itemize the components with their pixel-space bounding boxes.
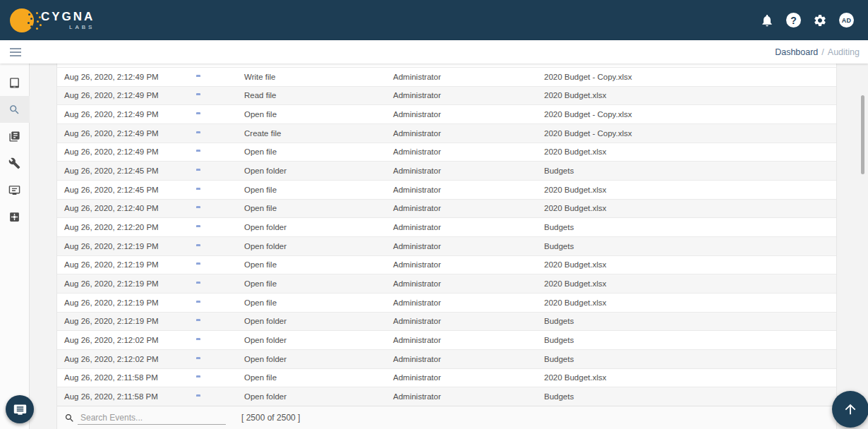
table-row[interactable]: Aug 26, 2020, 2:12:45 PM Open folder Adm… bbox=[57, 162, 836, 181]
sidebar-item-search[interactable] bbox=[0, 96, 30, 123]
table-row[interactable]: Aug 26, 2020, 2:12:49 PM Open file Admin… bbox=[57, 105, 836, 124]
brand-subname: LABS bbox=[41, 25, 95, 30]
audit-events-card: Aug 26, 2020, 2:12:49 PM Write file Admi… bbox=[56, 64, 837, 429]
wrench-icon bbox=[8, 157, 20, 169]
event-target: 2020 Budget.xlsx bbox=[544, 204, 606, 212]
table-row[interactable]: Aug 26, 2020, 2:12:20 PM Open folder Adm… bbox=[57, 218, 836, 237]
event-time: Aug 26, 2020, 2:11:58 PM bbox=[64, 373, 158, 382]
event-time: Aug 26, 2020, 2:12:19 PM bbox=[64, 317, 159, 325]
event-target: Budgets bbox=[544, 355, 574, 363]
console-icon bbox=[8, 184, 20, 196]
event-time: Aug 26, 2020, 2:12:49 PM bbox=[64, 129, 159, 138]
sidebar-item-console[interactable] bbox=[0, 176, 30, 203]
event-user: Administrator bbox=[393, 110, 441, 119]
event-user: Administrator bbox=[393, 373, 441, 382]
table-row[interactable]: Aug 26, 2020, 2:12:49 PM Read file Admin… bbox=[57, 87, 836, 106]
event-action: Open folder bbox=[244, 242, 287, 250]
event-action: Open file bbox=[244, 279, 277, 288]
event-target: 2020 Budget.xlsx bbox=[544, 373, 606, 382]
event-time: Aug 26, 2020, 2:12:20 PM bbox=[64, 223, 159, 231]
sidebar-item-tools[interactable] bbox=[0, 150, 30, 176]
event-target: Budgets bbox=[544, 336, 574, 344]
event-user: Administrator bbox=[393, 223, 441, 231]
table-row[interactable]: Aug 26, 2020, 2:12:19 PM Open folder Adm… bbox=[57, 313, 836, 332]
event-action: Open folder bbox=[244, 392, 287, 401]
breadcrumb-dashboard-link[interactable]: Dashboard bbox=[775, 47, 818, 57]
event-user: Administrator bbox=[393, 355, 441, 363]
scroll-to-top-button[interactable] bbox=[832, 391, 868, 428]
event-time: Aug 26, 2020, 2:12:19 PM bbox=[64, 298, 159, 307]
event-action: Open file bbox=[244, 298, 277, 307]
sub-header: Dashboard / Auditing bbox=[0, 40, 868, 64]
brand-logo: CYGNA LABS bbox=[10, 8, 95, 32]
apps-box-icon bbox=[8, 211, 20, 223]
event-action: Open folder bbox=[244, 317, 287, 325]
table-row[interactable]: Aug 26, 2020, 2:12:02 PM Open folder Adm… bbox=[57, 350, 836, 369]
event-time: Aug 26, 2020, 2:12:19 PM bbox=[64, 260, 159, 269]
cygna-logo-icon bbox=[10, 8, 34, 32]
event-time: Aug 26, 2020, 2:12:45 PM bbox=[64, 186, 159, 194]
search-icon bbox=[8, 104, 20, 116]
table-footer: [ 2500 of 2500 ] bbox=[57, 406, 836, 429]
event-user: Administrator bbox=[393, 298, 441, 307]
table-row[interactable]: Aug 26, 2020, 2:12:19 PM Open folder Adm… bbox=[57, 237, 836, 256]
table-row[interactable]: Aug 26, 2020, 2:12:49 PM Create file Adm… bbox=[57, 124, 836, 143]
user-avatar[interactable]: AD bbox=[839, 13, 854, 28]
event-user: Administrator bbox=[393, 317, 441, 325]
event-target: 2020 Budget.xlsx bbox=[544, 279, 606, 288]
event-time: Aug 26, 2020, 2:12:49 PM bbox=[64, 73, 159, 81]
event-user: Administrator bbox=[393, 336, 441, 344]
sidebar-nav bbox=[0, 64, 30, 429]
event-target: Budgets bbox=[544, 167, 574, 175]
settings-gear-icon[interactable] bbox=[813, 13, 827, 28]
table-row[interactable]: Aug 26, 2020, 2:11:58 PM Open folder Adm… bbox=[57, 387, 836, 406]
event-action: Open file bbox=[244, 186, 277, 194]
notifications-bell-icon[interactable] bbox=[760, 13, 774, 28]
event-target: 2020 Budget - Copy.xlsx bbox=[544, 73, 632, 81]
event-time: Aug 26, 2020, 2:11:58 PM bbox=[64, 392, 158, 401]
event-target: Budgets bbox=[544, 223, 574, 231]
sidebar-item-documents[interactable] bbox=[0, 123, 30, 150]
search-events-icon bbox=[64, 413, 75, 423]
table-row[interactable]: Aug 26, 2020, 2:12:49 PM Write file Admi… bbox=[57, 68, 836, 87]
event-time: Aug 26, 2020, 2:12:49 PM bbox=[64, 110, 159, 119]
events-count: [ 2500 of 2500 ] bbox=[241, 413, 300, 423]
table-row[interactable]: Aug 26, 2020, 2:12:19 PM Open file Admin… bbox=[57, 256, 836, 275]
event-user: Administrator bbox=[393, 91, 441, 99]
event-time: Aug 26, 2020, 2:12:19 PM bbox=[64, 279, 159, 288]
event-time: Aug 26, 2020, 2:12:40 PM bbox=[64, 204, 159, 212]
event-action: Open file bbox=[244, 204, 277, 212]
table-row[interactable]: Aug 26, 2020, 2:12:40 PM Open file Admin… bbox=[57, 200, 836, 219]
event-user: Administrator bbox=[393, 73, 441, 81]
vertical-scrollbar-thumb[interactable] bbox=[861, 95, 864, 174]
table-row[interactable]: Aug 26, 2020, 2:12:02 PM Open folder Adm… bbox=[57, 331, 836, 350]
support-chat-button[interactable] bbox=[6, 395, 34, 423]
event-action: Open folder bbox=[244, 167, 287, 175]
events-table-body: Aug 26, 2020, 2:12:49 PM Write file Admi… bbox=[57, 67, 836, 406]
search-events-input[interactable] bbox=[78, 411, 226, 425]
sidebar-item-apps[interactable] bbox=[0, 203, 30, 230]
event-user: Administrator bbox=[393, 129, 441, 138]
event-time: Aug 26, 2020, 2:12:02 PM bbox=[64, 355, 159, 363]
event-time: Aug 26, 2020, 2:12:45 PM bbox=[64, 167, 159, 175]
table-row[interactable]: Aug 26, 2020, 2:12:19 PM Open file Admin… bbox=[57, 274, 836, 294]
event-target: 2020 Budget.xlsx bbox=[544, 298, 606, 307]
brand-name: CYGNA bbox=[41, 11, 95, 23]
event-action: Open folder bbox=[244, 355, 287, 363]
event-target: 2020 Budget.xlsx bbox=[544, 186, 606, 194]
menu-hamburger-icon[interactable] bbox=[10, 48, 21, 56]
sidebar-item-devices[interactable] bbox=[0, 69, 30, 96]
breadcrumb-current-page: Auditing bbox=[828, 47, 860, 57]
help-icon[interactable]: ? bbox=[786, 13, 801, 28]
event-action: Open file bbox=[244, 260, 277, 269]
top-app-bar: CYGNA LABS ? AD bbox=[0, 0, 868, 40]
table-row[interactable]: Aug 26, 2020, 2:12:19 PM Open file Admin… bbox=[57, 294, 836, 313]
documents-icon bbox=[8, 131, 20, 143]
table-row[interactable]: Aug 26, 2020, 2:12:49 PM Open file Admin… bbox=[57, 143, 836, 162]
event-target: 2020 Budget - Copy.xlsx bbox=[544, 110, 632, 119]
event-user: Administrator bbox=[393, 242, 441, 250]
event-action: Create file bbox=[244, 129, 281, 138]
table-row[interactable]: Aug 26, 2020, 2:12:45 PM Open file Admin… bbox=[57, 181, 836, 200]
event-action: Write file bbox=[244, 73, 276, 81]
table-row[interactable]: Aug 26, 2020, 2:11:58 PM Open file Admin… bbox=[57, 369, 836, 388]
